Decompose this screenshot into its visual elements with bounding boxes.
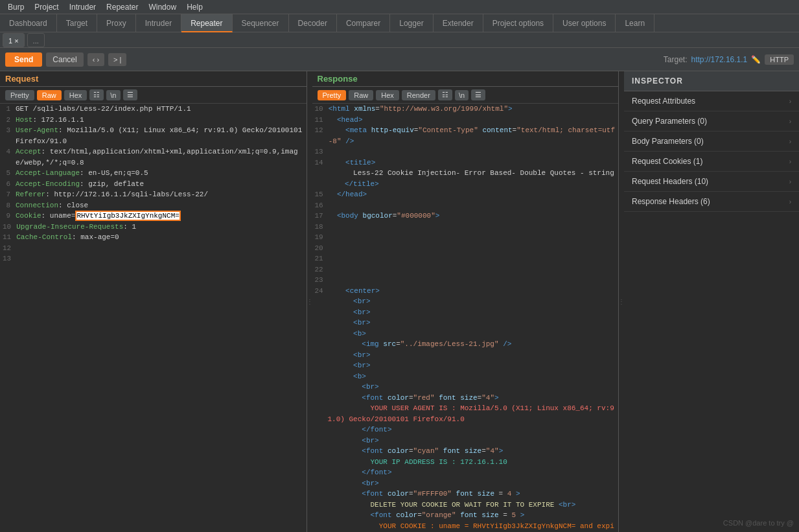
inspector-resp-headers-label: Response Headers (6) — [632, 197, 710, 206]
resp-font-cyan: <font color="cyan" font size="4"> — [312, 446, 619, 457]
resp-br1: <br> — [312, 296, 619, 307]
response-wrap-btn[interactable]: \n — [455, 90, 469, 100]
response-hex-btn[interactable]: Hex — [376, 90, 399, 100]
tab-project-options[interactable]: Project options — [483, 14, 553, 32]
resp-line-15: 15 </head> — [312, 189, 619, 200]
resp-line-14: 14 <title> — [312, 157, 619, 168]
request-options-icon[interactable]: ☷ — [89, 89, 104, 100]
tab-comparer[interactable]: Comparer — [337, 14, 390, 32]
resp-br5: <br> — [312, 360, 619, 371]
tab-extender[interactable]: Extender — [434, 14, 483, 32]
req-line-9: 9 Cookie: uname=RHVtYiIgb3JkZXIgYnkgNCM= — [0, 211, 307, 222]
req-line-6: 6 Accept-Encoding: gzip, deflate — [0, 179, 307, 190]
inspector-response-headers[interactable]: Response Headers (6) › — [624, 192, 799, 212]
response-pretty-btn[interactable]: Pretty — [318, 90, 347, 100]
tab-repeater[interactable]: Repeater — [181, 14, 232, 32]
req-line-10: 10 Upgrade-Insecure-Requests: 1 — [0, 222, 307, 233]
cancel-button[interactable]: Cancel — [46, 52, 83, 67]
sub-tab-bar: 1 × ... — [0, 32, 799, 48]
inspector-req-headers-label: Request Headers (10) — [632, 177, 708, 186]
resp-line-19: 19 — [312, 232, 619, 243]
resp-br3: <br> — [312, 318, 619, 329]
menu-window[interactable]: Window — [143, 0, 181, 14]
menu-repeater[interactable]: Repeater — [101, 0, 143, 14]
tab-logger[interactable]: Logger — [390, 14, 433, 32]
req-line-2: 2 Host: 172.16.1.1 — [0, 115, 307, 126]
resp-line-14b: Less-22 Cookie Injection- Error Based- D… — [312, 168, 619, 179]
response-options-icon[interactable]: ☷ — [438, 89, 452, 100]
inspector-request-attributes[interactable]: Request Attributes › — [624, 91, 799, 111]
target-info: Target: http://172.16.1.1 ✏️ HTTP — [664, 54, 794, 65]
resp-ua-text: YOUR USER AGENT IS : Mozilla/5.0 (X11; L… — [312, 403, 619, 424]
nav-back-button[interactable]: ‹ › — [87, 53, 104, 66]
resp-cookie-value: YOUR COOKIE : uname = RHVtYiIgb3JkZXIgYn… — [312, 521, 619, 533]
resp-font-red: <font color="red" font size="4"> — [312, 393, 619, 404]
inspector-resp-headers-chevron: › — [789, 198, 791, 205]
tab-user-options[interactable]: User options — [553, 14, 616, 32]
inspector-cookies-chevron: › — [789, 158, 791, 165]
resp-img: <img src="../images/Less-21.jpg" /> — [312, 339, 619, 350]
response-title: Response — [312, 71, 619, 87]
inspector-title: INSPECTOR — [624, 71, 799, 91]
resp-font-yellow: <font color="#FFFF00" font size = 4 > — [312, 489, 619, 500]
resp-line-16: 16 — [312, 200, 619, 211]
resp-line-10: 10 <html xmlns="http://www.w3.org/1999/x… — [312, 104, 619, 115]
request-panel: Request Pretty Raw Hex ☷ \n ☰ 1 GET /sql… — [0, 71, 307, 532]
response-render-btn[interactable]: Render — [402, 90, 435, 100]
resp-line-24: 24 <center> — [312, 286, 619, 297]
response-raw-btn[interactable]: Raw — [349, 90, 373, 100]
request-wrap-btn[interactable]: \n — [106, 90, 120, 100]
tab-intruder[interactable]: Intruder — [136, 14, 181, 32]
response-format-bar: Pretty Raw Hex Render ☷ \n ☰ — [312, 87, 619, 104]
tab-dashboard[interactable]: Dashboard — [0, 14, 57, 32]
resp-line-21: 21 — [312, 253, 619, 264]
tab-target[interactable]: Target — [57, 14, 97, 32]
response-inspector-divider[interactable]: ⋮ — [619, 71, 624, 532]
tab-sequencer[interactable]: Sequencer — [233, 14, 289, 32]
resp-font-close1: </font> — [312, 424, 619, 435]
resp-br4: <br> — [312, 350, 619, 361]
response-more-btn[interactable]: ☰ — [471, 89, 485, 100]
menu-help[interactable]: Help — [181, 0, 208, 14]
menu-intruder[interactable]: Intruder — [64, 0, 101, 14]
watermark: CSDN @dare to try @ — [723, 519, 794, 527]
inspector-body-chevron: › — [789, 138, 791, 145]
req-line-11: 11 Cache-Control: max-age=0 — [0, 232, 307, 243]
request-pretty-btn[interactable]: Pretty — [5, 90, 34, 100]
request-code-area[interactable]: 1 GET /sqli-labs/Less-22/index.php HTTP/… — [0, 104, 307, 532]
req-line-5: 5 Accept-Language: en-US,en;q=0.5 — [0, 168, 307, 179]
resp-line-12: 12 <meta http-equiv="Content-Type" conte… — [312, 125, 619, 146]
menu-burp[interactable]: Burp — [3, 0, 29, 14]
inspector-request-headers[interactable]: Request Headers (10) › — [624, 172, 799, 192]
tab-decoder[interactable]: Decoder — [289, 14, 337, 32]
request-raw-btn[interactable]: Raw — [37, 90, 62, 100]
request-hex-btn[interactable]: Hex — [64, 90, 87, 100]
http-badge[interactable]: HTTP — [765, 54, 794, 65]
request-response-divider[interactable]: ⋮ — [307, 71, 312, 532]
sub-tab-more[interactable]: ... — [27, 33, 45, 47]
request-format-bar: Pretty Raw Hex ☷ \n ☰ — [0, 87, 307, 104]
tab-learn[interactable]: Learn — [616, 14, 654, 32]
edit-icon[interactable]: ✏️ — [751, 55, 761, 64]
tab-proxy[interactable]: Proxy — [97, 14, 136, 32]
menu-project[interactable]: Project — [29, 0, 64, 14]
inspector-cookies-label: Request Cookies (1) — [632, 157, 702, 166]
resp-line-23: 23 — [312, 275, 619, 286]
request-more-btn[interactable]: ☰ — [123, 89, 137, 100]
response-code-area[interactable]: 10 <html xmlns="http://www.w3.org/1999/x… — [312, 104, 619, 532]
inspector-request-cookies[interactable]: Request Cookies (1) › — [624, 152, 799, 172]
resp-br6: <br> — [312, 382, 619, 393]
nav-fwd-button[interactable]: > | — [108, 53, 126, 66]
resp-font-close2: </font> — [312, 467, 619, 478]
inspector-body-params[interactable]: Body Parameters (0) › — [624, 132, 799, 152]
inspector-query-params[interactable]: Query Parameters (0) › — [624, 111, 799, 132]
inspector-attr-chevron: › — [789, 98, 791, 105]
req-line-7: 7 Referer: http://172.16.1.1/sqli-labs/L… — [0, 189, 307, 200]
inspector-req-headers-chevron: › — [789, 178, 791, 185]
resp-line-13: 13 — [312, 146, 619, 157]
resp-br7: <br> — [312, 435, 619, 446]
tab-bar: Dashboard Target Proxy Intruder Repeater… — [0, 14, 799, 32]
sub-tab-1[interactable]: 1 × — [3, 33, 25, 47]
send-button[interactable]: Send — [5, 52, 42, 67]
resp-br2: <br> — [312, 307, 619, 318]
